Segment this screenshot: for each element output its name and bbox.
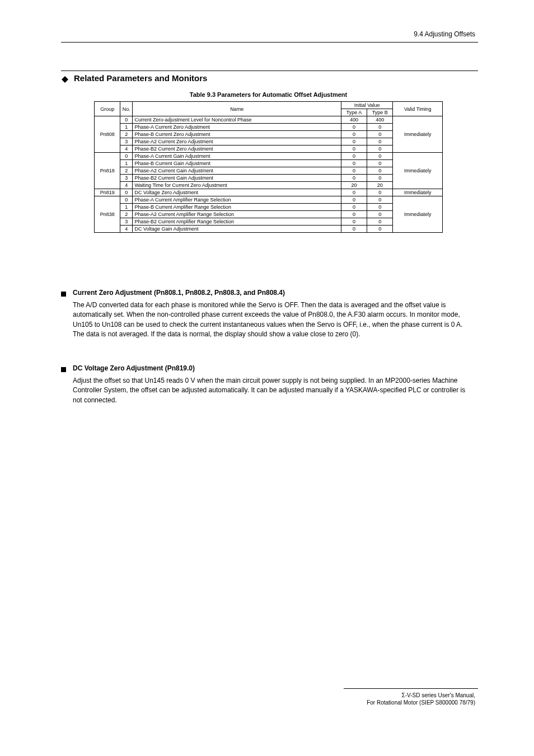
cell-name: Phase-A2 Current Zero Adjustment <box>133 138 341 145</box>
footer-line-1: Σ-V-SD series User's Manual, <box>402 692 475 698</box>
parameters-table: Group No. Name Initial Value Valid Timin… <box>94 101 443 233</box>
cell-init-a: 0 <box>341 218 367 226</box>
cell-init-b: 0 <box>367 226 393 233</box>
cell-init-b: 0 <box>367 153 393 160</box>
subsection-body: The A/D converted data for each phase is… <box>73 300 470 340</box>
table-row: 4Phase-B2 Current Zero Adjustment00 <box>95 145 443 153</box>
cell-no: 0 <box>120 196 133 204</box>
table-row: 1Phase-A Current Zero Adjustment00 <box>95 124 443 131</box>
cell-name: Current Zero-adjustment Level for Noncon… <box>133 116 341 124</box>
cell-no: 4 <box>120 226 133 233</box>
cell-no: 1 <box>120 124 133 131</box>
cell-init-b: 0 <box>367 167 393 175</box>
table-row: 3Phase-B2 Current Gain Adjustment00 <box>95 175 443 182</box>
table-title: Table 9.3 Parameters for Automatic Offse… <box>94 91 443 98</box>
th-init: Initial Value <box>341 102 393 109</box>
cell-init-a: 0 <box>341 138 367 145</box>
cell-init-b: 0 <box>367 145 393 153</box>
footer-text: Σ-V-SD series User's Manual, For Rotatio… <box>367 692 475 706</box>
table-row: Pn8380Phase-A Current Amplifier Range Se… <box>95 196 443 204</box>
cell-init-a: 0 <box>341 196 367 204</box>
th-no: No. <box>120 102 133 116</box>
cell-init-a: 20 <box>341 182 367 189</box>
cell-no: 4 <box>120 145 133 153</box>
cell-init-b: 20 <box>367 182 393 189</box>
subsection-heading: DC Voltage Zero Adjustment (Pn819.0) <box>73 364 195 372</box>
cell-valid-timing: Immediately <box>393 116 443 153</box>
table-row: 2Phase-A2 Current Gain Adjustment00 <box>95 167 443 175</box>
cell-init-a: 0 <box>341 124 367 131</box>
cell-no: 3 <box>120 218 133 226</box>
cell-init-b: 0 <box>367 211 393 218</box>
table-row: 1Phase-B Current Amplifier Range Selecti… <box>95 204 443 211</box>
svg-marker-0 <box>62 76 68 83</box>
table-row: 4DC Voltage Gain Adjustment00 <box>95 226 443 233</box>
cell-init-a: 0 <box>341 160 367 167</box>
th-group: Group <box>95 102 120 116</box>
cell-init-a: 0 <box>341 145 367 153</box>
cell-name: Phase-A2 Current Amplifier Range Selecti… <box>133 211 341 218</box>
top-rule <box>61 42 478 43</box>
cell-init-a: 0 <box>341 175 367 182</box>
cell-name: Phase-A Current Gain Adjustment <box>133 153 341 160</box>
subsection-heading: Current Zero Adjustment (Pn808.1, Pn808.… <box>73 289 285 297</box>
cell-init-b: 0 <box>367 196 393 204</box>
th-name: Name <box>133 102 341 116</box>
cell-name: Phase-B Current Zero Adjustment <box>133 131 341 138</box>
th-init-b: Type B <box>367 109 393 116</box>
square-bullet-icon <box>61 367 66 372</box>
table-row: Pn8190DC Voltage Zero Adjustment00Immedi… <box>95 189 443 196</box>
cell-init-a: 0 <box>341 204 367 211</box>
cell-valid-timing: Immediately <box>393 189 443 196</box>
cell-name: Phase-A Current Zero Adjustment <box>133 124 341 131</box>
table-row: Pn8080Current Zero-adjustment Level for … <box>95 116 443 124</box>
cell-valid-timing: Immediately <box>393 196 443 233</box>
cell-init-b: 0 <box>367 138 393 145</box>
section-rule <box>61 71 478 71</box>
cell-no: 4 <box>120 182 133 189</box>
cell-name: DC Voltage Gain Adjustment <box>133 226 341 233</box>
cell-group: Pn808 <box>95 116 120 153</box>
cell-no: 2 <box>120 167 133 175</box>
footer-line-2: For Rotational Motor (SIEP S800000 78/79… <box>367 699 475 706</box>
cell-name: Phase-B Current Amplifier Range Selectio… <box>133 204 341 211</box>
cell-no: 0 <box>120 189 133 196</box>
cell-init-a: 0 <box>341 153 367 160</box>
diamond-bullet-icon <box>62 76 68 83</box>
cell-no: 2 <box>120 131 133 138</box>
cell-name: Waiting Time for Current Zero Adjustment <box>133 182 341 189</box>
cell-init-b: 0 <box>367 189 393 196</box>
cell-init-b: 0 <box>367 124 393 131</box>
table-body: Pn8080Current Zero-adjustment Level for … <box>95 116 443 233</box>
cell-no: 1 <box>120 160 133 167</box>
cell-name: Phase-B2 Current Amplifier Range Selecti… <box>133 218 341 226</box>
cell-no: 0 <box>120 153 133 160</box>
section-heading: Related Parameters and Monitors <box>74 73 207 83</box>
cell-name: Phase-A Current Amplifier Range Selectio… <box>133 196 341 204</box>
cell-no: 3 <box>120 175 133 182</box>
cell-name: Phase-B2 Current Gain Adjustment <box>133 175 341 182</box>
cell-valid-timing: Immediately <box>393 153 443 189</box>
cell-init-b: 0 <box>367 131 393 138</box>
cell-name: DC Voltage Zero Adjustment <box>133 189 341 196</box>
table-row: 2Phase-B Current Zero Adjustment00 <box>95 131 443 138</box>
cell-no: 0 <box>120 116 133 124</box>
table-header-row-1: Group No. Name Initial Value Valid Timin… <box>95 102 443 109</box>
cell-group: Pn819 <box>95 189 120 196</box>
cell-init-b: 0 <box>367 218 393 226</box>
table-row: 3Phase-B2 Current Amplifier Range Select… <box>95 218 443 226</box>
table-row: Pn8180Phase-A Current Gain Adjustment00I… <box>95 153 443 160</box>
header-section-path: 9.4 Adjusting Offsets <box>414 30 475 38</box>
cell-init-b: 0 <box>367 204 393 211</box>
th-init-a: Type A <box>341 109 367 116</box>
cell-group: Pn818 <box>95 153 120 189</box>
table-row: 3Phase-A2 Current Zero Adjustment00 <box>95 138 443 145</box>
cell-init-a: 0 <box>341 167 367 175</box>
cell-name: Phase-B2 Current Zero Adjustment <box>133 145 341 153</box>
square-bullet-icon <box>61 292 66 297</box>
table-row: 2Phase-A2 Current Amplifier Range Select… <box>95 211 443 218</box>
subsection-body: Adjust the offset so that Un145 reads 0 … <box>73 376 470 405</box>
table-row: 1Phase-B Current Gain Adjustment00 <box>95 160 443 167</box>
cell-init-b: 0 <box>367 175 393 182</box>
cell-init-b: 0 <box>367 160 393 167</box>
